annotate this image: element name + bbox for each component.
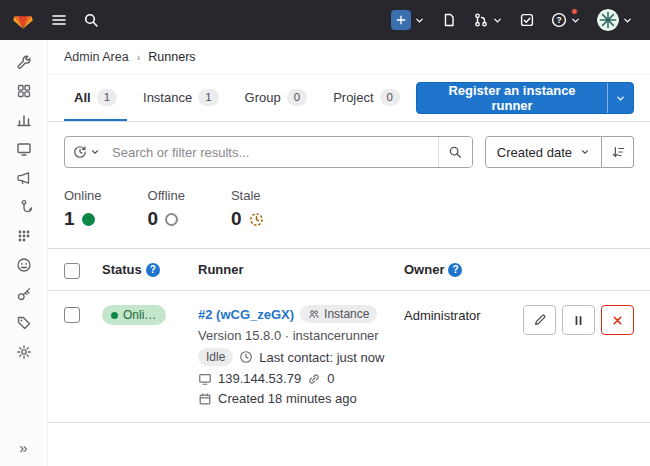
- stat-online: Online 1: [64, 188, 102, 230]
- status-help-icon[interactable]: ?: [146, 263, 160, 277]
- monitoring-icon[interactable]: [16, 141, 32, 157]
- user-menu-dropdown[interactable]: [592, 4, 638, 36]
- stat-online-value: 1: [64, 208, 75, 230]
- issues-icon[interactable]: [436, 7, 462, 33]
- tab-group[interactable]: Group 0: [235, 75, 318, 121]
- runner-status-stats: Online 1 Offline 0 Stale 0: [64, 188, 634, 230]
- tab-group-label: Group: [245, 90, 281, 105]
- tab-all[interactable]: All 1: [64, 75, 127, 121]
- search-input[interactable]: [108, 137, 438, 167]
- tab-all-count: 1: [97, 89, 117, 106]
- pencil-icon: [533, 313, 547, 327]
- runner-tabs-bar: All 1 Instance 1 Group 0 Project 0: [48, 75, 650, 122]
- tab-instance-count: 1: [198, 89, 218, 106]
- sort-by-dropdown[interactable]: Created date: [485, 136, 602, 168]
- settings-gear-icon[interactable]: [16, 344, 32, 360]
- admin-overview-wrench-icon[interactable]: [16, 54, 32, 70]
- sort-direction-button[interactable]: [602, 136, 634, 168]
- messages-megaphone-icon[interactable]: [16, 170, 32, 186]
- stat-stale-value: 0: [231, 208, 242, 230]
- sort-descending-icon: [611, 145, 625, 159]
- stat-offline-value: 0: [148, 208, 159, 230]
- last-contact-text: Last contact: just now: [259, 350, 384, 365]
- avatar: [597, 9, 619, 31]
- runner-table-row: Online #2 (wCG_zeGX) Instance Version 15…: [48, 291, 650, 423]
- abuse-reports-icon[interactable]: [16, 257, 32, 273]
- overview-grid-icon[interactable]: [16, 83, 32, 99]
- merge-requests-dropdown[interactable]: [468, 7, 508, 33]
- instance-type-badge: Instance: [300, 305, 377, 323]
- analytics-chart-icon[interactable]: [16, 112, 32, 128]
- pause-runner-button[interactable]: [562, 305, 595, 335]
- new-menu-dropdown[interactable]: [386, 5, 430, 35]
- gitlab-logo-icon[interactable]: [12, 9, 34, 31]
- stat-stale: Stale 0: [231, 188, 264, 230]
- todos-icon[interactable]: [514, 7, 540, 33]
- edit-runner-button[interactable]: [523, 305, 556, 335]
- runners-table-header: Status ? Runner Owner ?: [48, 249, 650, 291]
- register-button-label: Register an instance runner: [417, 83, 607, 113]
- owner-link[interactable]: Administrator: [404, 308, 481, 323]
- stale-clock-icon: [249, 212, 264, 227]
- topbar: ?: [0, 0, 650, 40]
- owner-cell: Administrator: [404, 305, 516, 323]
- filter-bar: Created date: [64, 136, 634, 168]
- tab-project[interactable]: Project 0: [323, 75, 410, 121]
- online-status-icon: [82, 213, 95, 226]
- labels-tag-icon[interactable]: [16, 315, 32, 331]
- stat-offline: Offline 0: [148, 188, 185, 230]
- search-icon[interactable]: [78, 7, 104, 33]
- pause-icon: [572, 314, 585, 327]
- question-icon: ?: [551, 12, 567, 28]
- runner-version: Version 15.8.0 · instancerunner: [198, 328, 404, 343]
- delete-runner-button[interactable]: [601, 305, 634, 335]
- credentials-key-icon[interactable]: [16, 286, 32, 302]
- sort-by-label: Created date: [497, 145, 572, 160]
- runner-column-header: Runner: [198, 262, 404, 277]
- chevron-down-icon[interactable]: [608, 83, 633, 113]
- breadcrumb-chevron-icon: ›: [137, 51, 141, 63]
- runner-name-link[interactable]: #2 (wCG_zeGX): [198, 307, 294, 322]
- chevron-down-icon: [90, 147, 100, 157]
- stat-stale-label: Stale: [231, 188, 264, 203]
- tab-project-label: Project: [333, 90, 373, 105]
- applications-icon[interactable]: [16, 228, 32, 244]
- owner-help-icon[interactable]: ?: [448, 263, 462, 277]
- main-content: Admin Area › Runners All 1 Instance 1 Gr…: [48, 40, 650, 466]
- linked-jobs-count: 0: [327, 371, 334, 386]
- chevron-down-icon: [414, 15, 425, 26]
- row-checkbox[interactable]: [64, 307, 80, 323]
- sidebar-expand-chevrons-icon[interactable]: »: [19, 439, 27, 456]
- created-text: Created 18 minutes ago: [218, 391, 357, 406]
- breadcrumb-admin-area[interactable]: Admin Area: [64, 50, 129, 64]
- plus-icon: [391, 10, 411, 30]
- tab-instance[interactable]: Instance 1: [133, 75, 229, 121]
- chevron-down-icon: [570, 15, 581, 26]
- hamburger-menu-icon[interactable]: [46, 7, 72, 33]
- tab-instance-label: Instance: [143, 90, 192, 105]
- search-submit-icon[interactable]: [438, 137, 472, 167]
- tab-all-label: All: [74, 90, 91, 105]
- runner-cell: #2 (wCG_zeGX) Instance Version 15.8.0 · …: [198, 305, 404, 406]
- svg-text:?: ?: [556, 15, 561, 25]
- offline-status-icon: [165, 213, 178, 226]
- clock-icon: [239, 350, 253, 364]
- close-x-icon: [611, 314, 624, 327]
- sort-controls: Created date: [485, 136, 634, 168]
- tab-group-count: 0: [287, 89, 307, 106]
- tab-project-count: 0: [380, 89, 400, 106]
- online-dot-icon: [111, 312, 118, 319]
- search-history-dropdown[interactable]: [65, 137, 108, 167]
- gitlab-admin-runners-page: ?: [0, 0, 650, 466]
- row-actions: [516, 305, 634, 335]
- register-instance-runner-button[interactable]: Register an instance runner: [416, 82, 634, 114]
- help-dropdown[interactable]: ?: [546, 7, 586, 33]
- select-all-checkbox[interactable]: [64, 263, 80, 279]
- breadcrumb: Admin Area › Runners: [48, 40, 650, 75]
- filtered-search: [64, 136, 473, 168]
- chevron-down-icon: [622, 15, 633, 26]
- online-status-badge: Online: [102, 305, 166, 325]
- system-hooks-icon[interactable]: [16, 199, 32, 215]
- stat-online-label: Online: [64, 188, 102, 203]
- admin-sidebar: »: [0, 40, 48, 466]
